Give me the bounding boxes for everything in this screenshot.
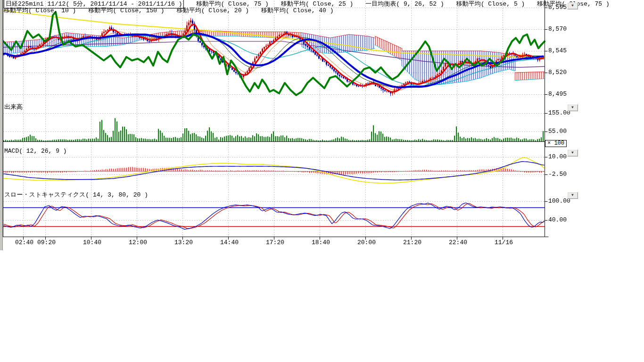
price-axis-label: 8,520 — [548, 69, 567, 76]
indicator-legend: 日経225mini 11/12( 5分, 2011/11/14 - 2011/1… — [4, 0, 610, 14]
time-axis-label: 11/16 — [495, 239, 513, 246]
legend-item: 移動平均( Close, 10 ) — [4, 6, 76, 15]
legend-item: 移動平均( Close, 5 ) — [456, 0, 525, 8]
time-axis-label: 02:40 — [15, 239, 33, 246]
legend-item: 移動平均( Close, 150 ) — [88, 6, 164, 15]
legend-item: 移動平均( Close, 20 ) — [177, 6, 249, 15]
time-axis-label: 17:20 — [266, 239, 284, 246]
legend-item: 移動平均( Close, 40 ) — [261, 6, 333, 15]
left-scrollbar[interactable] — [0, 0, 3, 250]
time-axis-label: 09:20 — [37, 239, 56, 246]
legend-item: 一目均衡表( 9, 26, 52 ) — [365, 0, 444, 8]
macd-panel-label: MACD( 12, 26, 9 ) — [4, 148, 67, 155]
legend-row-2: 移動平均( Close, 10 )移動平均( Close, 150 )移動平均(… — [4, 7, 610, 14]
macd-axis-label: -2.50 — [548, 171, 567, 178]
time-axis-label: 12:00 — [129, 239, 147, 246]
time-axis-label: 18:40 — [312, 239, 330, 246]
volume-panel-collapse-button[interactable]: ▼ — [567, 104, 578, 111]
time-axis-label: 13:20 — [174, 239, 193, 246]
macd-axis-label: 10.00 — [548, 153, 567, 160]
price-axis-label: 8,570 — [548, 25, 567, 33]
time-axis-label: 10:40 — [83, 239, 101, 246]
time-axis-label: 21:20 — [403, 239, 421, 246]
price-axis-label: 8,495 — [548, 90, 567, 98]
volume-panel-label: 出来高 — [4, 104, 23, 111]
volume-axis-label: 55.00 — [548, 128, 567, 135]
stochastics-axis-label: 40.00 — [548, 216, 567, 223]
price-axis-label: 8,595 — [548, 4, 567, 11]
price-panel-collapse-button[interactable]: ▼ — [567, 2, 578, 9]
macd-panel-collapse-button[interactable]: ▼ — [567, 149, 578, 156]
chart-window: 日経225mini 11/12( 5分, 2011/11/14 - 2011/1… — [0, 0, 644, 362]
stochastics-panel-label: スロー・ストキャスティクス( 14, 3, 80, 20 ) — [4, 192, 148, 198]
time-axis-label: 14:40 — [220, 239, 239, 246]
price-axis-label: 8,545 — [548, 47, 567, 54]
chart-plot-area[interactable] — [0, 0, 644, 362]
volume-unit-multiplier: × 100 — [545, 140, 567, 147]
time-axis-label: 20:00 — [357, 239, 376, 246]
time-axis-label: 22:40 — [449, 239, 467, 246]
stochastics-panel-collapse-button[interactable]: ▼ — [567, 192, 578, 199]
